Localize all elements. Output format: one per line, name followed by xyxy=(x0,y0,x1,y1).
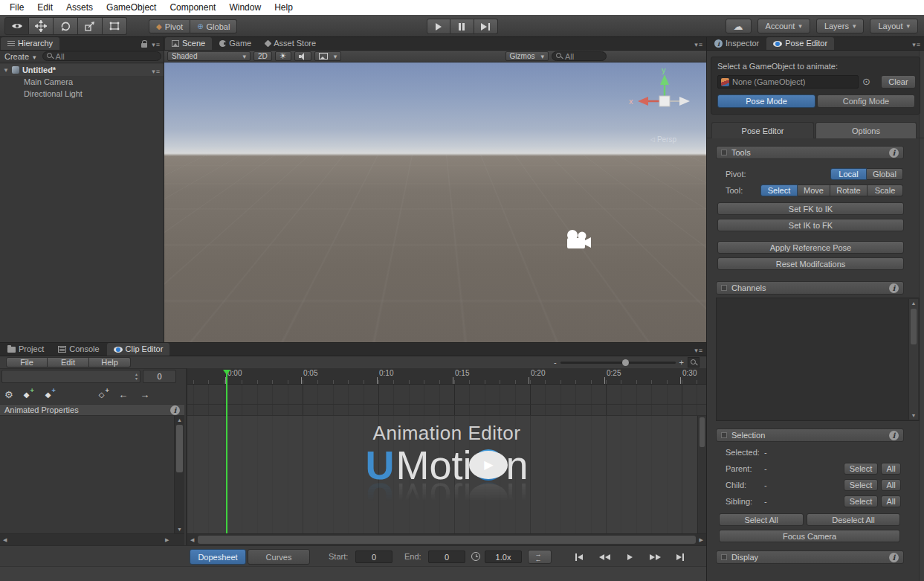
select-all-button[interactable]: Select All xyxy=(719,513,804,526)
move-tool-button[interactable] xyxy=(29,17,54,35)
tab-pose-editor[interactable]: Pose Editor xyxy=(766,37,834,50)
zoom-slider-thumb[interactable] xyxy=(622,359,629,366)
tab-curves[interactable]: Curves xyxy=(248,549,310,565)
tab-pose-editor-sub[interactable]: Pose Editor xyxy=(711,122,814,138)
properties-hscrollbar[interactable]: ◀ ▶ xyxy=(0,533,184,545)
zoom-in-button[interactable]: + xyxy=(679,358,684,367)
shaded-dropdown[interactable]: Shaded xyxy=(167,51,251,61)
clear-button[interactable]: Clear xyxy=(881,75,916,89)
info-icon[interactable] xyxy=(889,283,899,293)
global-button[interactable]: ⊕Global xyxy=(190,19,237,33)
scroll-left-icon[interactable]: ◀ xyxy=(3,537,7,543)
add-key-button[interactable]: ◆+ xyxy=(19,387,35,402)
info-icon[interactable] xyxy=(170,405,180,415)
menu-help[interactable]: Help xyxy=(268,0,300,15)
menu-edit[interactable]: Edit xyxy=(30,0,59,15)
scene-search-input[interactable]: All xyxy=(552,51,607,61)
menu-component[interactable]: Component xyxy=(163,0,222,15)
scroll-right-icon[interactable]: ▶ xyxy=(165,537,169,543)
menu-file[interactable]: File xyxy=(3,0,30,15)
tree-item-main-camera[interactable]: Main Camera xyxy=(0,76,164,88)
view-tool-button[interactable] xyxy=(4,17,29,35)
inspector-pane-menu-icon[interactable] xyxy=(912,39,921,48)
effects-dropdown[interactable] xyxy=(314,51,342,61)
select-sibling-all-button[interactable]: All xyxy=(881,495,901,507)
properties-vscrollbar[interactable]: ▲ ▼ xyxy=(174,416,184,533)
select-parent-button[interactable]: Select xyxy=(844,463,878,475)
create-button[interactable]: Create xyxy=(2,52,39,61)
move-tool-button2[interactable]: Move xyxy=(798,184,830,196)
go-to-start-button[interactable] xyxy=(568,550,590,564)
clip-menu-file[interactable]: File xyxy=(6,357,48,367)
start-field[interactable]: 0 xyxy=(355,550,392,563)
scroll-thumb[interactable] xyxy=(911,309,917,344)
rewind-button[interactable] xyxy=(593,550,616,564)
reset-modifications-button[interactable]: Reset Modifcations xyxy=(717,257,904,270)
clip-selector-dropdown[interactable]: ▴ ▾ xyxy=(1,370,140,383)
rotate-tool-button[interactable] xyxy=(54,17,78,35)
global-pivot-button[interactable]: Global xyxy=(867,168,903,180)
zoom-search-button[interactable] xyxy=(688,357,700,367)
play-clip-button[interactable] xyxy=(618,550,641,564)
scroll-up-icon[interactable]: ▲ xyxy=(909,301,918,306)
channels-header[interactable]: Channels xyxy=(716,281,904,295)
settings-gear-icon[interactable]: ⚙ xyxy=(4,389,13,400)
select-child-all-button[interactable]: All xyxy=(881,479,901,491)
tools-header[interactable]: Tools xyxy=(716,146,904,159)
tab-game[interactable]: Game xyxy=(213,37,258,50)
properties-list-area[interactable]: ▲ ▼ xyxy=(0,416,184,533)
hierarchy-search-input[interactable]: All xyxy=(42,51,161,61)
zoom-out-button[interactable]: - xyxy=(554,358,557,367)
info-icon[interactable] xyxy=(889,431,899,440)
tab-project[interactable]: Project xyxy=(1,343,51,356)
scroll-thumb[interactable] xyxy=(700,417,705,447)
set-ik-to-fk-button[interactable]: Set IK to FK xyxy=(717,219,904,231)
tab-dopesheet[interactable]: Dopesheet xyxy=(190,549,246,565)
clip-pane-menu-icon[interactable] xyxy=(694,345,703,354)
timeline-vscrollbar[interactable] xyxy=(697,416,706,533)
add-key-all-button[interactable]: ◆+ xyxy=(40,387,56,402)
frame-number-field[interactable]: 0 xyxy=(143,370,176,383)
fast-forward-button[interactable] xyxy=(644,550,666,564)
tab-options[interactable]: Options xyxy=(815,122,917,138)
go-to-end-button[interactable] xyxy=(669,550,691,564)
select-sibling-button[interactable]: Select xyxy=(844,495,878,507)
pivot-button[interactable]: ◆Pivot xyxy=(149,19,190,33)
config-mode-button[interactable]: Config Mode xyxy=(817,94,915,108)
rotate-tool-button2[interactable]: Rotate xyxy=(830,184,868,196)
foldout-icon[interactable]: ▼ xyxy=(3,67,9,74)
tab-hierarchy[interactable]: Hierarchy xyxy=(1,37,59,50)
scale-tool-button2[interactable]: Scale xyxy=(868,184,903,196)
scroll-down-icon[interactable]: ▼ xyxy=(175,527,184,532)
set-fk-to-ik-button[interactable]: Set FK to IK xyxy=(717,202,904,215)
scale-tool-button[interactable] xyxy=(78,17,103,35)
scroll-right-icon[interactable]: ▶ xyxy=(700,537,703,543)
select-tool-button[interactable]: Select xyxy=(760,184,798,196)
add-event-button[interactable]: ◇+ xyxy=(94,387,110,402)
prev-key-button[interactable]: ← xyxy=(115,389,132,400)
keyframe-band[interactable] xyxy=(187,385,706,416)
playback-speed-field[interactable]: 1.0x xyxy=(485,550,522,563)
layers-dropdown[interactable]: Layers xyxy=(816,19,865,33)
menu-gameobject[interactable]: GameObject xyxy=(100,0,163,15)
select-parent-all-button[interactable]: All xyxy=(881,463,901,475)
scroll-thumb[interactable] xyxy=(176,425,183,472)
gameobject-field[interactable]: None (GameObject) xyxy=(717,75,859,89)
step-button[interactable] xyxy=(474,19,498,34)
select-child-button[interactable]: Select xyxy=(844,479,878,491)
channels-list[interactable]: ▲ ▼ xyxy=(716,298,920,421)
zoom-slider[interactable] xyxy=(560,362,676,364)
audio-toggle[interactable] xyxy=(294,51,311,61)
dopesheet-area[interactable]: Animation Editor UMotin UMotin xyxy=(187,416,706,533)
timeline-hscrollbar[interactable]: ◀ ▶ xyxy=(187,533,706,545)
scroll-left-icon[interactable]: ◀ xyxy=(190,537,194,543)
timeline-ruler[interactable]: 0:00 0:05 0:10 0:15 0:20 0:25 0:30 xyxy=(187,368,706,385)
scene-pane-menu-icon[interactable] xyxy=(694,39,703,48)
menu-assets[interactable]: Assets xyxy=(59,0,100,15)
playhead-marker[interactable] xyxy=(226,370,227,533)
clip-menu-help[interactable]: Help xyxy=(89,357,131,367)
next-key-button[interactable]: → xyxy=(137,389,153,400)
focus-camera-button[interactable]: Focus Camera xyxy=(719,530,900,542)
tab-asset-store[interactable]: Asset Store xyxy=(259,37,323,50)
lighting-toggle[interactable]: ☀ xyxy=(275,51,291,61)
